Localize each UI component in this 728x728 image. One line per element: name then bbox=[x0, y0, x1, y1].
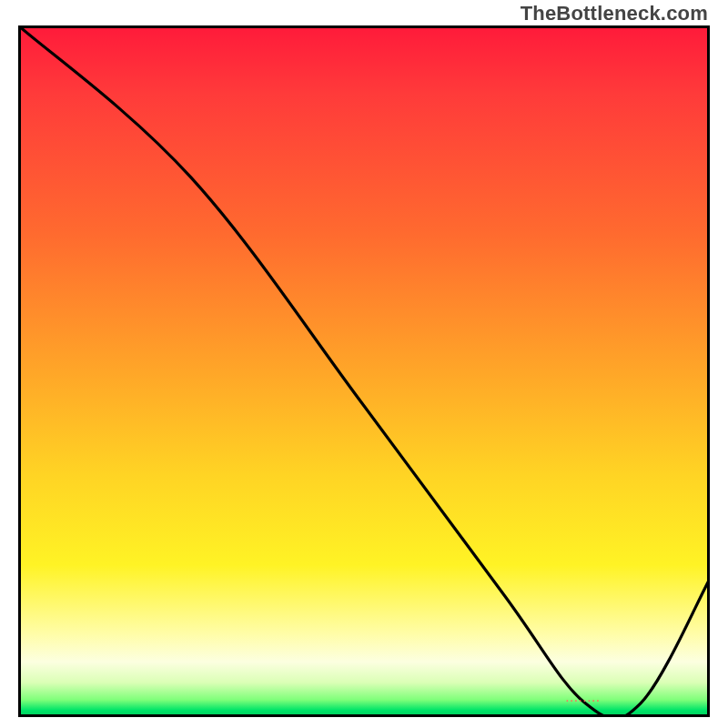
source-link[interactable]: TheBottleneck.com bbox=[521, 2, 708, 25]
chart-curve bbox=[18, 25, 710, 717]
trough-marker: ········ bbox=[566, 696, 601, 706]
chart-area: ········ bbox=[18, 25, 710, 717]
chart-line-layer bbox=[18, 25, 710, 717]
